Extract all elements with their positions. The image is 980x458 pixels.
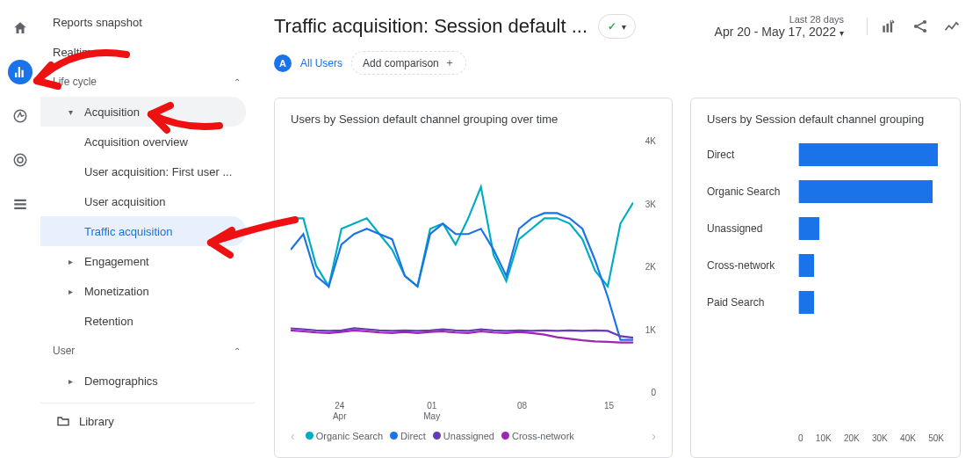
sidebar-item-realtime[interactable]: Realtime: [40, 37, 255, 67]
bar-label: Direct: [707, 149, 791, 161]
header-actions: [867, 18, 961, 35]
sidebar-item-label: Engagement: [84, 255, 149, 268]
chevron-left-icon[interactable]: ‹: [291, 429, 295, 443]
bar-row: Unassigned: [707, 217, 944, 240]
edit-icon[interactable]: [880, 18, 897, 35]
chevron-up-icon: ⌃: [234, 77, 242, 87]
svg-rect-3: [14, 200, 26, 201]
comparison-row: A All Users Add comparison ＋: [274, 51, 961, 75]
sidebar-item-retention[interactable]: Retention: [40, 306, 255, 336]
bar-label: Unassigned: [707, 222, 791, 235]
date-range: Apr 20 - May 17, 2022: [715, 25, 837, 39]
sidebar-library[interactable]: Library: [40, 403, 255, 439]
sidebar-item-label: Demographics: [84, 374, 158, 388]
bar-chart-card: Users by Session default channel groupin…: [690, 98, 961, 458]
chevron-down-icon: ▾: [839, 28, 844, 38]
caret-right-icon: ▸: [68, 287, 77, 296]
bar-chart: DirectOrganic SearchUnassignedCross-netw…: [707, 143, 944, 425]
bar-fill: [799, 143, 938, 166]
svg-rect-4: [14, 203, 26, 205]
sidebar-item-user-acquisition-first[interactable]: User acquisition: First user ...: [40, 156, 255, 186]
caret-right-icon: ▸: [68, 257, 77, 266]
sidebar-item-acquisition[interactable]: ▾ Acquisition: [40, 97, 246, 127]
line-chart-title: Users by Session default channel groupin…: [291, 113, 656, 126]
svg-point-2: [18, 157, 23, 163]
advertising-icon[interactable]: [8, 148, 32, 172]
plus-icon: ＋: [444, 55, 455, 70]
sidebar-item-demographics[interactable]: ▸ Demographics: [40, 366, 255, 396]
sidebar-item-monetization[interactable]: ▸ Monetization: [40, 276, 255, 306]
left-rail: [0, 0, 40, 458]
bar-fill: [799, 217, 819, 240]
sidebar: Reports snapshot Realtime Life cycle ⌃ ▾…: [40, 0, 255, 458]
bar-label: Organic Search: [707, 185, 791, 198]
line-chart-legend: ‹ Organic SearchDirectUnassignedCross-ne…: [291, 429, 656, 443]
bar-fill: [799, 291, 814, 314]
bar-row: Direct: [707, 143, 944, 166]
main: Traffic acquisition: Session default ...…: [255, 0, 980, 458]
page-title: Traffic acquisition: Session default ...: [274, 15, 587, 38]
sidebar-item-acquisition-overview[interactable]: Acquisition overview: [40, 127, 255, 156]
chevron-right-icon[interactable]: ›: [652, 429, 656, 443]
caret-right-icon: ▸: [68, 376, 77, 386]
sidebar-item-label: Retention: [84, 315, 133, 328]
explore-icon[interactable]: [8, 104, 32, 128]
date-label: Last 28 days: [715, 14, 844, 25]
sidebar-item-label: Acquisition: [84, 105, 140, 119]
sidebar-section-user[interactable]: User ⌃: [40, 336, 255, 366]
sidebar-item-user-acquisition[interactable]: User acquisition: [40, 186, 255, 216]
line-chart-y-axis: 4K3K2K1K0: [633, 134, 656, 417]
segment-chip-a[interactable]: A: [274, 55, 292, 72]
configure-icon[interactable]: [8, 192, 32, 216]
svg-point-1: [14, 154, 26, 166]
reports-icon[interactable]: [8, 60, 32, 84]
bar-fill: [799, 254, 814, 277]
bar-label: Paid Search: [707, 296, 791, 309]
segment-label: All Users: [300, 57, 342, 69]
sidebar-section-label: User: [53, 345, 75, 357]
check-icon: ✓: [608, 20, 616, 33]
add-comparison-button[interactable]: Add comparison ＋: [351, 51, 466, 75]
home-icon[interactable]: [8, 16, 32, 40]
bar-row: Paid Search: [707, 291, 944, 314]
bar-fill: [799, 180, 933, 203]
insights-icon[interactable]: [943, 18, 961, 35]
bar-chart-x-axis: 010K20K30K40K50K: [798, 433, 944, 443]
bar-chart-title: Users by Session default channel groupin…: [707, 113, 944, 126]
sidebar-item-traffic-acquisition[interactable]: Traffic acquisition: [40, 216, 246, 246]
sidebar-section-label: Life cycle: [53, 76, 97, 88]
caret-down-icon: ▾: [68, 107, 77, 117]
header: Traffic acquisition: Session default ...…: [274, 14, 961, 39]
bar-label: Cross-network: [707, 259, 791, 272]
sidebar-section-life-cycle[interactable]: Life cycle ⌃: [40, 67, 255, 97]
status-pill[interactable]: ✓ ▾: [598, 14, 636, 39]
line-chart-card: Users by Session default channel groupin…: [274, 98, 673, 458]
sidebar-item-label: Monetization: [84, 285, 149, 298]
share-icon[interactable]: [912, 18, 929, 35]
bar-row: Organic Search: [707, 180, 944, 203]
library-label: Library: [79, 415, 114, 428]
chevron-up-icon: ⌃: [234, 346, 242, 356]
bar-row: Cross-network: [707, 254, 944, 277]
add-comparison-label: Add comparison: [363, 57, 439, 69]
line-chart: [291, 134, 633, 363]
svg-rect-5: [14, 207, 26, 209]
date-range-picker[interactable]: Last 28 days Apr 20 - May 17, 2022 ▾: [715, 14, 844, 39]
sidebar-item-engagement[interactable]: ▸ Engagement: [40, 246, 255, 276]
sidebar-item-reports-snapshot[interactable]: Reports snapshot: [40, 7, 255, 37]
chevron-down-icon: ▾: [622, 22, 626, 32]
folder-icon: [56, 414, 70, 428]
